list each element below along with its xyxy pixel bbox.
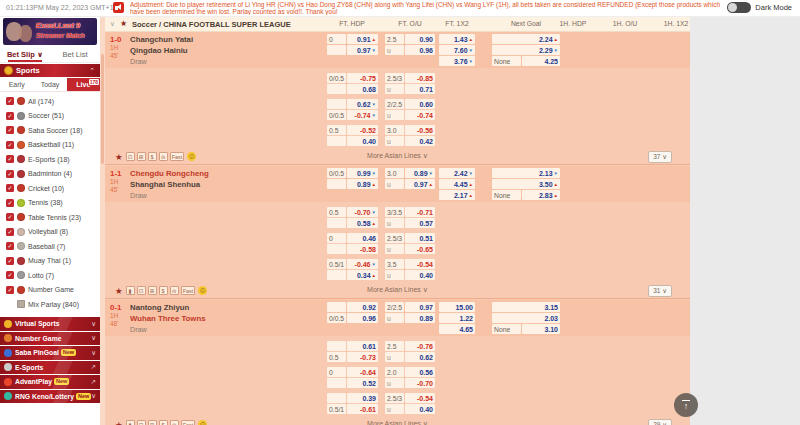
checkbox-checked-icon[interactable]: ✓ — [6, 286, 14, 294]
hdp-odds-cell[interactable]: 0.91▲ — [347, 34, 378, 44]
hdp-line-cell[interactable] — [327, 341, 346, 351]
phone-icon[interactable]: ▮ — [126, 286, 135, 295]
ou-odds-cell[interactable]: -0.65 — [405, 244, 435, 254]
ou-line-cell[interactable]: u — [385, 136, 404, 146]
fast-icon[interactable]: Fast — [181, 286, 196, 295]
hdp-odds-cell[interactable]: -0.73 — [347, 352, 378, 362]
hdp-line-cell[interactable] — [327, 179, 346, 189]
stats-icon[interactable]: ılı — [170, 286, 179, 295]
ou-odds-cell[interactable]: 0.56 — [405, 367, 435, 377]
checkbox-checked-icon[interactable]: ✓ — [6, 155, 14, 163]
sidebar-item-soccer[interactable]: ✓Soccer (51) — [0, 109, 100, 124]
banner-advantplay[interactable]: AdvantPlayNew↗ — [0, 375, 100, 389]
hdp-odds-cell[interactable]: -0.74▼ — [347, 110, 378, 120]
x12-odds-cell[interactable]: 1.43▲ — [439, 34, 475, 44]
fast-icon[interactable]: Fast — [170, 152, 185, 161]
smiley-icon[interactable]: ☺ — [198, 286, 207, 295]
next-goal-draw-odds-cell[interactable]: 4.25 — [522, 56, 560, 66]
hdp-odds-cell[interactable]: -0.52 — [347, 125, 378, 135]
phone-icon[interactable]: ▮ — [126, 420, 135, 425]
ou-line-cell[interactable]: u — [385, 313, 404, 323]
tab-bet-list[interactable]: Bet List — [50, 47, 100, 62]
grid-icon[interactable]: ⊞ — [137, 152, 146, 161]
checkbox-checked-icon[interactable]: ✓ — [6, 257, 14, 265]
hdp-line-cell[interactable]: 0 — [327, 233, 346, 243]
sidebar-item-basketball[interactable]: ✓Basketball (11) — [0, 138, 100, 153]
ou-line-cell[interactable]: 2.0 — [385, 367, 404, 377]
ou-line-cell[interactable]: 2/2.5 — [385, 302, 404, 312]
stats-icon[interactable]: ılı — [159, 152, 168, 161]
hdp-line-cell[interactable]: 0 — [327, 367, 346, 377]
hdp-odds-cell[interactable]: -0.75 — [347, 73, 378, 83]
hdp-odds-cell[interactable]: 0.68 — [347, 84, 378, 94]
tab-bet-slip[interactable]: Bet Slip ∨ — [0, 47, 50, 62]
ou-odds-cell[interactable]: 0.97 — [405, 302, 435, 312]
ou-odds-cell[interactable]: 0.97▲ — [405, 179, 435, 189]
checkbox-checked-icon[interactable]: ✓ — [6, 184, 14, 192]
ou-line-cell[interactable]: 3.5 — [385, 259, 404, 269]
stats-icon[interactable]: ılı — [170, 420, 179, 425]
sidebar-item-muay-thai[interactable]: ✓Muay Thai (1) — [0, 254, 100, 269]
grid-icon[interactable]: ⊞ — [148, 286, 157, 295]
hdp-line-cell[interactable] — [327, 244, 346, 254]
favorite-star-icon[interactable]: ★ — [115, 286, 123, 296]
ou-odds-cell[interactable]: -0.70 — [405, 378, 435, 388]
hdp-odds-cell[interactable]: 0.92 — [347, 302, 378, 312]
screen-icon[interactable]: ⊡ — [137, 420, 146, 425]
external-link-icon[interactable]: ↗ — [91, 363, 96, 371]
day-tab-early[interactable]: Early — [0, 78, 33, 91]
ou-odds-cell[interactable]: 0.71 — [405, 84, 435, 94]
dollar-icon[interactable]: $ — [148, 152, 157, 161]
hdp-line-cell[interactable] — [327, 99, 346, 109]
smiley-icon[interactable]: ☺ — [198, 420, 207, 425]
ou-odds-cell[interactable]: 0.96 — [405, 45, 435, 55]
ou-odds-cell[interactable]: 0.89 — [405, 313, 435, 323]
dark-mode-toggle[interactable]: Dark Mode — [727, 2, 792, 13]
ou-line-cell[interactable]: u — [385, 378, 404, 388]
ou-line-cell[interactable]: u — [385, 45, 404, 55]
chevron-down-icon[interactable]: ∨ — [91, 349, 96, 357]
more-asian-lines-link[interactable]: More Asian Lines ∨ — [367, 286, 428, 294]
banner-virtual-sports[interactable]: Virtual Sports∨ — [0, 317, 100, 331]
x12-draw-odds-cell[interactable]: 2.17▲ — [439, 190, 475, 200]
promo-banner[interactable]: ExceLLent 9 Streamer Match — [3, 18, 97, 45]
ou-line-cell[interactable]: 2.5/3 — [385, 233, 404, 243]
checkbox-checked-icon[interactable]: ✓ — [6, 213, 14, 221]
more-asian-lines-link[interactable]: More Asian Lines ∨ — [367, 420, 428, 425]
ou-line-cell[interactable]: u — [385, 218, 404, 228]
dollar-icon[interactable]: $ — [159, 420, 168, 425]
favorite-star-icon[interactable]: ★ — [115, 152, 123, 162]
hdp-odds-cell[interactable]: -0.70▼ — [347, 207, 378, 217]
screen-icon[interactable]: ⊡ — [137, 286, 146, 295]
checkbox-checked-icon[interactable]: ✓ — [6, 112, 14, 120]
hdp-odds-cell[interactable]: 0.62▼ — [347, 99, 378, 109]
hdp-odds-cell[interactable]: 0.61 — [347, 341, 378, 351]
ou-line-cell[interactable]: 3.0 — [385, 168, 404, 178]
market-count-dropdown[interactable]: 37 ∨ — [648, 151, 672, 163]
hdp-line-cell[interactable]: 0.5 — [327, 352, 346, 362]
ou-line-cell[interactable]: u — [385, 352, 404, 362]
ou-line-cell[interactable]: 3.0 — [385, 125, 404, 135]
hdp-line-cell[interactable]: 0/0.5 — [327, 73, 346, 83]
sidebar-item-table-tennis[interactable]: ✓Table Tennis (23) — [0, 210, 100, 225]
hdp-odds-cell[interactable]: 0.46 — [347, 233, 378, 243]
ou-odds-cell[interactable]: -0.54 — [405, 259, 435, 269]
hdp-line-cell[interactable] — [327, 45, 346, 55]
sidebar-item-saba-soccer[interactable]: ✓Saba Soccer (18) — [0, 123, 100, 138]
x12-draw-odds-cell[interactable]: 3.76▼ — [439, 56, 475, 66]
x12-odds-cell[interactable]: 2.42▼ — [439, 168, 475, 178]
x12-draw-odds-cell[interactable]: 4.65 — [439, 324, 475, 334]
hdp-odds-cell[interactable]: -0.61 — [347, 404, 378, 414]
ou-odds-cell[interactable]: 0.51 — [405, 233, 435, 243]
checkbox-checked-icon[interactable]: ✓ — [6, 141, 14, 149]
next-goal-odds-cell[interactable]: 2.03 — [492, 313, 560, 323]
ou-line-cell[interactable]: 2.5/3 — [385, 393, 404, 403]
hdp-odds-cell[interactable]: -0.64 — [347, 367, 378, 377]
hdp-odds-cell[interactable]: 0.89▲ — [347, 179, 378, 189]
ou-odds-cell[interactable]: -0.74 — [405, 110, 435, 120]
hdp-line-cell[interactable] — [327, 136, 346, 146]
ou-line-cell[interactable]: 2.5 — [385, 34, 404, 44]
more-asian-lines-link[interactable]: More Asian Lines ∨ — [367, 152, 428, 160]
next-goal-odds-cell[interactable]: 2.29▼ — [492, 45, 560, 55]
banner-rng-keno-lottery[interactable]: RNG Keno/LotteryNew∨ — [0, 390, 100, 404]
